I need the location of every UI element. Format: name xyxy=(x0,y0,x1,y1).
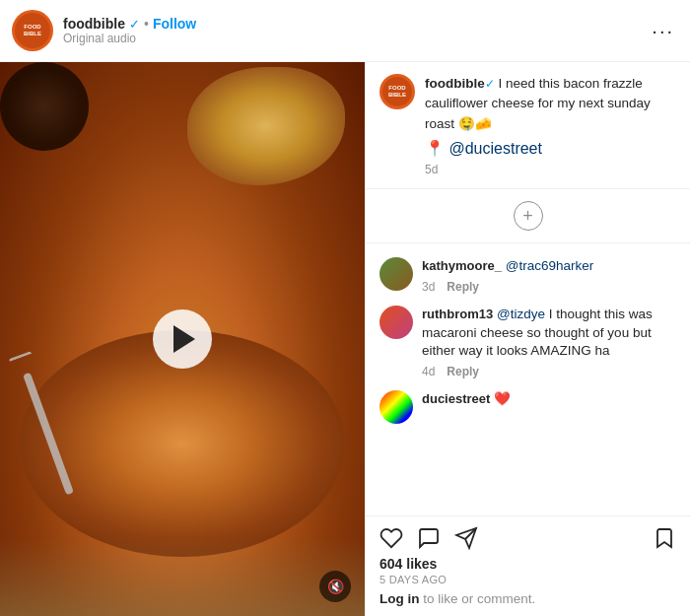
more-options-button[interactable]: ··· xyxy=(648,20,678,42)
caption-body: foodbible✓ I need this bacon frazzle cau… xyxy=(425,74,676,176)
comment-time-ruth: 4d xyxy=(422,365,435,378)
play-icon xyxy=(173,325,195,353)
comment-body-ruth: ruthbrom13 @tizdye I thought this was ma… xyxy=(422,306,676,379)
caption-row: FOOD BIBLE foodbible✓ I need this bacon … xyxy=(380,74,676,176)
content-area: 🔇 FOOD BIBLE foodbible✓ I need this baco… xyxy=(0,62,690,616)
comment-content-kathy: kathymoore_ @trac69harker xyxy=(422,257,676,276)
comment-avatar-kathy[interactable] xyxy=(380,257,413,291)
comment-mention-kathy[interactable]: @trac69harker xyxy=(506,258,594,273)
comment-time-kathy: 3d xyxy=(422,280,435,294)
caption-avatar[interactable]: FOOD BIBLE xyxy=(380,74,415,109)
comment-item: kathymoore_ @trac69harker 3d Reply xyxy=(366,251,690,300)
media-section: 🔇 xyxy=(0,62,365,616)
comment-content-ruth: ruthbrom13 @tizdye I thought this was ma… xyxy=(422,306,676,362)
caption-avatar-inner: FOOD BIBLE xyxy=(382,77,412,106)
caption-section: FOOD BIBLE foodbible✓ I need this bacon … xyxy=(366,62,690,189)
add-comment-area: + xyxy=(366,189,690,243)
mute-icon: 🔇 xyxy=(327,579,344,594)
comment-content-ducie: duciestreet ❤️ xyxy=(422,390,676,409)
post-username[interactable]: foodbible xyxy=(63,16,125,32)
comment-username-kathy[interactable]: kathymoore_ xyxy=(422,258,502,273)
avatar-inner: FOOD BIBLE xyxy=(15,13,50,48)
comment-username-ruth[interactable]: ruthbrom13 xyxy=(422,307,493,321)
login-suffix: to like or comment. xyxy=(420,591,536,606)
right-panel: FOOD BIBLE foodbible✓ I need this bacon … xyxy=(365,62,690,616)
share-icon xyxy=(454,526,478,550)
comment-username-ducie[interactable]: duciestreet xyxy=(422,391,490,406)
comment-meta-kathy: 3d Reply xyxy=(422,280,676,294)
mute-button[interactable]: 🔇 xyxy=(319,571,351,602)
header-info: foodbible ✓ • Follow Original audio xyxy=(63,16,648,45)
play-button[interactable] xyxy=(153,309,212,369)
days-ago: 5 DAYS AGO xyxy=(380,574,676,585)
follow-button[interactable]: Follow xyxy=(153,16,196,32)
comment-body-kathy: kathymoore_ @trac69harker 3d Reply xyxy=(422,257,676,294)
action-icons xyxy=(380,526,676,550)
sub-label: Original audio xyxy=(63,32,648,45)
comments-section: kathymoore_ @trac69harker 3d Reply ruthb… xyxy=(366,243,690,515)
comment-body-ducie: duciestreet ❤️ xyxy=(422,390,676,409)
login-link[interactable]: Log in xyxy=(380,591,420,606)
comment-button[interactable] xyxy=(417,526,441,550)
add-comment-button[interactable]: + xyxy=(514,201,543,231)
bookmark-button[interactable] xyxy=(653,526,676,550)
dot-separator: • xyxy=(144,16,149,32)
like-button[interactable] xyxy=(380,526,403,550)
comment-avatar-ducie[interactable] xyxy=(380,390,413,424)
actions-section: 604 likes 5 DAYS AGO Log in to like or c… xyxy=(366,515,690,616)
header-top: foodbible ✓ • Follow xyxy=(63,16,648,32)
comment-text-ducie: ❤️ xyxy=(494,391,511,406)
comment-mention-ruth[interactable]: @tizdye xyxy=(497,307,545,321)
food-dark-bowl xyxy=(0,62,89,151)
plus-icon: + xyxy=(522,207,533,225)
login-row: Log in to like or comment. xyxy=(380,591,676,610)
bookmark-icon xyxy=(653,526,676,550)
comment-item: ruthbrom13 @tizdye I thought this was ma… xyxy=(366,300,690,385)
caption-verified: ✓ xyxy=(485,77,495,91)
caption-username[interactable]: foodbible xyxy=(425,76,485,91)
comment-icon xyxy=(417,526,441,550)
caption-mention[interactable]: 📍 @duciestreet xyxy=(425,140,542,157)
bottom-chips xyxy=(0,537,365,616)
caption-time: 5d xyxy=(425,163,676,176)
heart-icon xyxy=(380,526,403,550)
likes-count: 604 likes xyxy=(380,556,676,572)
comment-item: duciestreet ❤️ xyxy=(366,384,690,430)
verified-badge: ✓ xyxy=(129,17,140,32)
comment-reply-ruth[interactable]: Reply xyxy=(447,365,479,378)
comment-meta-ruth: 4d Reply xyxy=(422,365,676,378)
post-header: FOOD BIBLE foodbible ✓ • Follow Original… xyxy=(0,0,690,62)
share-button[interactable] xyxy=(454,526,478,550)
caption-text: foodbible✓ I need this bacon frazzle cau… xyxy=(425,74,676,134)
avatar[interactable]: FOOD BIBLE xyxy=(12,10,53,51)
comment-reply-kathy[interactable]: Reply xyxy=(447,280,479,294)
comment-avatar-ruth[interactable] xyxy=(380,306,413,339)
